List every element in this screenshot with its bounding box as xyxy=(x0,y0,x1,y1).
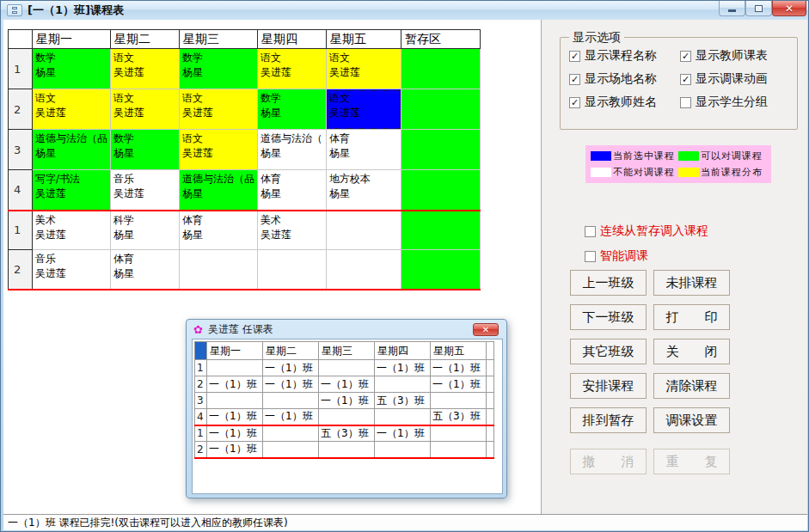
popup-cell[interactable] xyxy=(375,376,431,393)
timetable-cell[interactable]: 音乐吴进莲 xyxy=(33,250,111,290)
display-option-1-box[interactable]: ✓ xyxy=(680,51,691,62)
popup-cell[interactable] xyxy=(375,409,431,425)
timetable-cell[interactable]: 地方校本杨星 xyxy=(327,170,401,211)
staging-cell[interactable] xyxy=(401,211,481,250)
popup-cell[interactable]: 一（1）班 xyxy=(319,376,375,393)
display-option-3-box[interactable]: ✓ xyxy=(680,74,691,85)
timetable-cell[interactable]: 美术吴进莲 xyxy=(258,211,327,250)
staging-cell[interactable] xyxy=(401,89,481,130)
staging-cell[interactable] xyxy=(401,49,481,89)
popup-cell[interactable]: 五（3）班 xyxy=(375,393,431,409)
timetable-cell[interactable]: 音乐吴进莲 xyxy=(111,170,180,211)
timetable-cell[interactable]: 语文吴进莲 xyxy=(33,89,111,130)
timetable-cell[interactable]: 语文吴进莲 xyxy=(111,89,180,130)
popup-cell[interactable]: 一（1）班 xyxy=(207,376,263,393)
display-option-5-box[interactable] xyxy=(680,97,691,108)
popup-cell[interactable] xyxy=(431,393,487,409)
display-option-0[interactable]: ✓显示课程名称 xyxy=(569,48,680,64)
timetable-cell[interactable]: 语文吴进莲 xyxy=(111,49,180,89)
timetable-cell[interactable]: 语文吴进莲 xyxy=(180,89,258,130)
popup-cell[interactable]: 一（1）班 xyxy=(375,425,431,442)
action-button-清除课程[interactable]: 清除课程 xyxy=(653,373,730,399)
timetable-cell[interactable]: 美术吴进莲 xyxy=(33,211,111,250)
action-button-安排课程[interactable]: 安排课程 xyxy=(570,373,647,399)
timetable-cell[interactable]: 体育杨星 xyxy=(111,250,180,290)
title-bar[interactable]: [一（1）班]课程表 ✕ xyxy=(1,1,808,20)
popup-cell[interactable]: 一（1）班 xyxy=(207,425,263,442)
popup-cell[interactable]: 一（1）班 xyxy=(431,376,487,393)
popup-cell[interactable]: 五（3）班 xyxy=(431,409,487,425)
timetable-cell[interactable] xyxy=(327,211,401,250)
timetable-cell[interactable]: 科学杨星 xyxy=(111,211,180,250)
popup-cell[interactable] xyxy=(263,442,319,458)
timetable-cell[interactable] xyxy=(180,250,258,290)
action-button-调课设置[interactable]: 调课设置 xyxy=(653,407,730,433)
display-option-0-box[interactable]: ✓ xyxy=(569,51,580,62)
popup-cell[interactable] xyxy=(319,442,375,458)
timetable-cell[interactable]: 数学杨星 xyxy=(180,49,258,89)
timetable-cell[interactable]: 道德与法治（品杨星 xyxy=(33,130,111,170)
timetable-cell[interactable]: 体育杨星 xyxy=(327,130,401,170)
teacher-schedule-popup[interactable]: ✿ 吴进莲 任课表 ✕ 星期一星期二星期三星期四星期五 1一（1）班一（1）班一… xyxy=(186,319,507,498)
display-option-5[interactable]: 显示学生分组 xyxy=(680,95,791,110)
minimize-button[interactable] xyxy=(719,1,745,16)
popup-cell[interactable] xyxy=(207,393,263,409)
timetable-cell[interactable]: 写字/书法吴进莲 xyxy=(33,170,111,211)
popup-cell[interactable] xyxy=(207,360,263,376)
timetable-cell[interactable]: 数学杨星 xyxy=(111,130,180,170)
staging-cell[interactable] xyxy=(401,130,481,170)
popup-cell[interactable]: 一（1）班 xyxy=(207,409,263,425)
timetable-cell[interactable]: 数学杨星 xyxy=(33,49,111,89)
extra-option-0[interactable]: 连续从暂存调入课程 xyxy=(585,223,708,239)
action-button-重复[interactable]: 重 复 xyxy=(653,449,730,474)
popup-cell[interactable] xyxy=(431,442,487,458)
action-button-排到暂存[interactable]: 排到暂存 xyxy=(570,407,647,433)
extra-option-0-box[interactable] xyxy=(585,226,596,237)
timetable-cell[interactable] xyxy=(327,250,401,290)
extra-option-1-box[interactable] xyxy=(585,251,596,262)
staging-cell[interactable] xyxy=(401,250,481,290)
staging-cell[interactable] xyxy=(401,170,481,211)
timetable-cell[interactable]: 语文吴进莲 xyxy=(327,89,401,130)
action-button-其它班级[interactable]: 其它班级 xyxy=(570,339,647,364)
popup-cell[interactable]: 一（1）班 xyxy=(263,376,319,393)
action-button-打印[interactable]: 打 印 xyxy=(653,304,730,330)
display-option-4[interactable]: ✓显示教师姓名 xyxy=(569,95,680,110)
popup-close-button[interactable]: ✕ xyxy=(473,323,499,336)
timetable-cell[interactable]: 道德与法治（品杨星 xyxy=(180,170,258,211)
timetable-cell[interactable]: 道德与法治（杨星 xyxy=(258,130,327,170)
display-option-2[interactable]: ✓显示场地名称 xyxy=(569,71,680,87)
action-button-下一班级[interactable]: 下一班级 xyxy=(570,304,647,330)
timetable-cell[interactable]: 语文吴进莲 xyxy=(180,130,258,170)
popup-cell[interactable]: 一（1）班 xyxy=(263,409,319,425)
popup-cell[interactable]: 一（1）班 xyxy=(431,360,487,376)
display-option-4-box[interactable]: ✓ xyxy=(569,97,580,108)
popup-cell[interactable]: 一（1）班 xyxy=(263,360,319,376)
timetable-cell[interactable]: 体育杨星 xyxy=(258,170,327,211)
popup-cell[interactable] xyxy=(263,393,319,409)
extra-option-1[interactable]: 智能调课 xyxy=(585,248,708,264)
display-option-2-box[interactable]: ✓ xyxy=(569,74,580,85)
close-button[interactable]: ✕ xyxy=(772,1,806,16)
popup-cell[interactable]: 五（3）班 xyxy=(319,425,375,442)
popup-cell[interactable] xyxy=(263,425,319,442)
timetable-cell[interactable]: 语文吴进莲 xyxy=(327,49,401,89)
action-button-撤消[interactable]: 撤 消 xyxy=(570,449,647,474)
popup-cell[interactable] xyxy=(375,442,431,458)
popup-cell[interactable]: 一（1）班 xyxy=(319,393,375,409)
timetable-cell[interactable]: 体育杨星 xyxy=(180,211,258,250)
timetable-cell[interactable]: 数学杨星 xyxy=(258,89,327,130)
maximize-button[interactable] xyxy=(745,1,772,16)
popup-cell[interactable] xyxy=(431,425,487,442)
popup-cell[interactable] xyxy=(319,360,375,376)
timetable-cell[interactable] xyxy=(258,250,327,290)
popup-cell[interactable]: 一（1）班 xyxy=(207,442,263,458)
popup-cell[interactable]: 一（1）班 xyxy=(375,360,431,376)
action-button-未排课程[interactable]: 未排课程 xyxy=(653,270,730,296)
action-button-关闭[interactable]: 关 闭 xyxy=(653,339,730,364)
display-option-1[interactable]: ✓显示教师课表 xyxy=(680,48,791,64)
display-option-3[interactable]: ✓显示调课动画 xyxy=(680,71,791,87)
action-button-上一班级[interactable]: 上一班级 xyxy=(570,270,647,296)
popup-title-bar[interactable]: ✿ 吴进莲 任课表 ✕ xyxy=(187,320,506,339)
popup-cell[interactable] xyxy=(319,409,375,425)
